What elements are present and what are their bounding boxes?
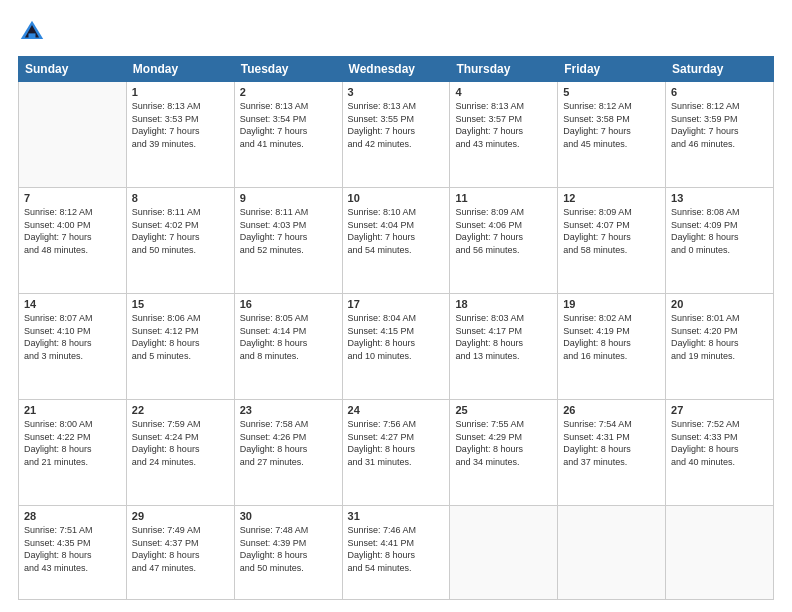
- day-info: Sunrise: 7:56 AMSunset: 4:27 PMDaylight:…: [348, 418, 445, 468]
- day-info: Sunrise: 8:09 AMSunset: 4:06 PMDaylight:…: [455, 206, 552, 256]
- day-number: 9: [240, 192, 337, 204]
- day-number: 21: [24, 404, 121, 416]
- week-row-3: 14Sunrise: 8:07 AMSunset: 4:10 PMDayligh…: [19, 294, 774, 400]
- svg-rect-2: [29, 33, 36, 39]
- col-header-saturday: Saturday: [666, 57, 774, 82]
- week-row-2: 7Sunrise: 8:12 AMSunset: 4:00 PMDaylight…: [19, 188, 774, 294]
- calendar-cell: 29Sunrise: 7:49 AMSunset: 4:37 PMDayligh…: [126, 506, 234, 600]
- calendar-cell: 30Sunrise: 7:48 AMSunset: 4:39 PMDayligh…: [234, 506, 342, 600]
- calendar-cell: 14Sunrise: 8:07 AMSunset: 4:10 PMDayligh…: [19, 294, 127, 400]
- day-info: Sunrise: 7:54 AMSunset: 4:31 PMDaylight:…: [563, 418, 660, 468]
- day-info: Sunrise: 7:59 AMSunset: 4:24 PMDaylight:…: [132, 418, 229, 468]
- day-info: Sunrise: 8:13 AMSunset: 3:57 PMDaylight:…: [455, 100, 552, 150]
- col-header-sunday: Sunday: [19, 57, 127, 82]
- col-header-wednesday: Wednesday: [342, 57, 450, 82]
- day-number: 19: [563, 298, 660, 310]
- header: [18, 18, 774, 46]
- day-info: Sunrise: 8:07 AMSunset: 4:10 PMDaylight:…: [24, 312, 121, 362]
- day-number: 3: [348, 86, 445, 98]
- col-header-tuesday: Tuesday: [234, 57, 342, 82]
- calendar-cell: 12Sunrise: 8:09 AMSunset: 4:07 PMDayligh…: [558, 188, 666, 294]
- calendar-cell: 8Sunrise: 8:11 AMSunset: 4:02 PMDaylight…: [126, 188, 234, 294]
- day-number: 15: [132, 298, 229, 310]
- day-info: Sunrise: 8:08 AMSunset: 4:09 PMDaylight:…: [671, 206, 768, 256]
- day-number: 22: [132, 404, 229, 416]
- day-number: 6: [671, 86, 768, 98]
- calendar-cell: 15Sunrise: 8:06 AMSunset: 4:12 PMDayligh…: [126, 294, 234, 400]
- day-info: Sunrise: 8:11 AMSunset: 4:02 PMDaylight:…: [132, 206, 229, 256]
- calendar-cell: 5Sunrise: 8:12 AMSunset: 3:58 PMDaylight…: [558, 82, 666, 188]
- day-number: 29: [132, 510, 229, 522]
- calendar-cell: 25Sunrise: 7:55 AMSunset: 4:29 PMDayligh…: [450, 400, 558, 506]
- calendar-cell: 20Sunrise: 8:01 AMSunset: 4:20 PMDayligh…: [666, 294, 774, 400]
- day-info: Sunrise: 8:12 AMSunset: 3:59 PMDaylight:…: [671, 100, 768, 150]
- day-info: Sunrise: 7:49 AMSunset: 4:37 PMDaylight:…: [132, 524, 229, 574]
- day-info: Sunrise: 8:12 AMSunset: 3:58 PMDaylight:…: [563, 100, 660, 150]
- calendar-cell: 9Sunrise: 8:11 AMSunset: 4:03 PMDaylight…: [234, 188, 342, 294]
- col-header-friday: Friday: [558, 57, 666, 82]
- calendar-cell: 21Sunrise: 8:00 AMSunset: 4:22 PMDayligh…: [19, 400, 127, 506]
- day-number: 8: [132, 192, 229, 204]
- day-info: Sunrise: 8:03 AMSunset: 4:17 PMDaylight:…: [455, 312, 552, 362]
- day-info: Sunrise: 8:05 AMSunset: 4:14 PMDaylight:…: [240, 312, 337, 362]
- day-info: Sunrise: 8:00 AMSunset: 4:22 PMDaylight:…: [24, 418, 121, 468]
- calendar-cell: 24Sunrise: 7:56 AMSunset: 4:27 PMDayligh…: [342, 400, 450, 506]
- day-info: Sunrise: 7:51 AMSunset: 4:35 PMDaylight:…: [24, 524, 121, 574]
- calendar-cell: 7Sunrise: 8:12 AMSunset: 4:00 PMDaylight…: [19, 188, 127, 294]
- day-info: Sunrise: 8:11 AMSunset: 4:03 PMDaylight:…: [240, 206, 337, 256]
- calendar-cell: 31Sunrise: 7:46 AMSunset: 4:41 PMDayligh…: [342, 506, 450, 600]
- day-number: 26: [563, 404, 660, 416]
- header-row: SundayMondayTuesdayWednesdayThursdayFrid…: [19, 57, 774, 82]
- day-info: Sunrise: 8:04 AMSunset: 4:15 PMDaylight:…: [348, 312, 445, 362]
- col-header-monday: Monday: [126, 57, 234, 82]
- calendar-cell: 27Sunrise: 7:52 AMSunset: 4:33 PMDayligh…: [666, 400, 774, 506]
- calendar-cell: 26Sunrise: 7:54 AMSunset: 4:31 PMDayligh…: [558, 400, 666, 506]
- day-number: 17: [348, 298, 445, 310]
- day-info: Sunrise: 8:02 AMSunset: 4:19 PMDaylight:…: [563, 312, 660, 362]
- day-number: 27: [671, 404, 768, 416]
- day-info: Sunrise: 8:10 AMSunset: 4:04 PMDaylight:…: [348, 206, 445, 256]
- logo-icon: [18, 18, 46, 46]
- day-number: 12: [563, 192, 660, 204]
- day-info: Sunrise: 7:46 AMSunset: 4:41 PMDaylight:…: [348, 524, 445, 574]
- day-info: Sunrise: 8:01 AMSunset: 4:20 PMDaylight:…: [671, 312, 768, 362]
- day-number: 4: [455, 86, 552, 98]
- day-number: 18: [455, 298, 552, 310]
- col-header-thursday: Thursday: [450, 57, 558, 82]
- day-number: 30: [240, 510, 337, 522]
- day-number: 11: [455, 192, 552, 204]
- day-number: 28: [24, 510, 121, 522]
- day-number: 31: [348, 510, 445, 522]
- calendar-cell: 18Sunrise: 8:03 AMSunset: 4:17 PMDayligh…: [450, 294, 558, 400]
- calendar-cell: 2Sunrise: 8:13 AMSunset: 3:54 PMDaylight…: [234, 82, 342, 188]
- week-row-1: 1Sunrise: 8:13 AMSunset: 3:53 PMDaylight…: [19, 82, 774, 188]
- logo: [18, 18, 50, 46]
- day-number: 23: [240, 404, 337, 416]
- day-number: 10: [348, 192, 445, 204]
- day-info: Sunrise: 8:06 AMSunset: 4:12 PMDaylight:…: [132, 312, 229, 362]
- day-info: Sunrise: 8:12 AMSunset: 4:00 PMDaylight:…: [24, 206, 121, 256]
- day-info: Sunrise: 7:52 AMSunset: 4:33 PMDaylight:…: [671, 418, 768, 468]
- calendar-cell: 16Sunrise: 8:05 AMSunset: 4:14 PMDayligh…: [234, 294, 342, 400]
- calendar-cell: 22Sunrise: 7:59 AMSunset: 4:24 PMDayligh…: [126, 400, 234, 506]
- calendar-cell: 28Sunrise: 7:51 AMSunset: 4:35 PMDayligh…: [19, 506, 127, 600]
- day-info: Sunrise: 7:55 AMSunset: 4:29 PMDaylight:…: [455, 418, 552, 468]
- day-number: 5: [563, 86, 660, 98]
- calendar-cell: 4Sunrise: 8:13 AMSunset: 3:57 PMDaylight…: [450, 82, 558, 188]
- day-number: 1: [132, 86, 229, 98]
- calendar-cell: 17Sunrise: 8:04 AMSunset: 4:15 PMDayligh…: [342, 294, 450, 400]
- calendar-cell: 13Sunrise: 8:08 AMSunset: 4:09 PMDayligh…: [666, 188, 774, 294]
- day-number: 25: [455, 404, 552, 416]
- calendar-table: SundayMondayTuesdayWednesdayThursdayFrid…: [18, 56, 774, 600]
- calendar-cell: [666, 506, 774, 600]
- page: SundayMondayTuesdayWednesdayThursdayFrid…: [0, 0, 792, 612]
- calendar-cell: 19Sunrise: 8:02 AMSunset: 4:19 PMDayligh…: [558, 294, 666, 400]
- day-info: Sunrise: 7:48 AMSunset: 4:39 PMDaylight:…: [240, 524, 337, 574]
- week-row-5: 28Sunrise: 7:51 AMSunset: 4:35 PMDayligh…: [19, 506, 774, 600]
- calendar-cell: 23Sunrise: 7:58 AMSunset: 4:26 PMDayligh…: [234, 400, 342, 506]
- calendar-cell: [558, 506, 666, 600]
- day-number: 24: [348, 404, 445, 416]
- calendar-cell: 3Sunrise: 8:13 AMSunset: 3:55 PMDaylight…: [342, 82, 450, 188]
- day-info: Sunrise: 8:09 AMSunset: 4:07 PMDaylight:…: [563, 206, 660, 256]
- day-number: 13: [671, 192, 768, 204]
